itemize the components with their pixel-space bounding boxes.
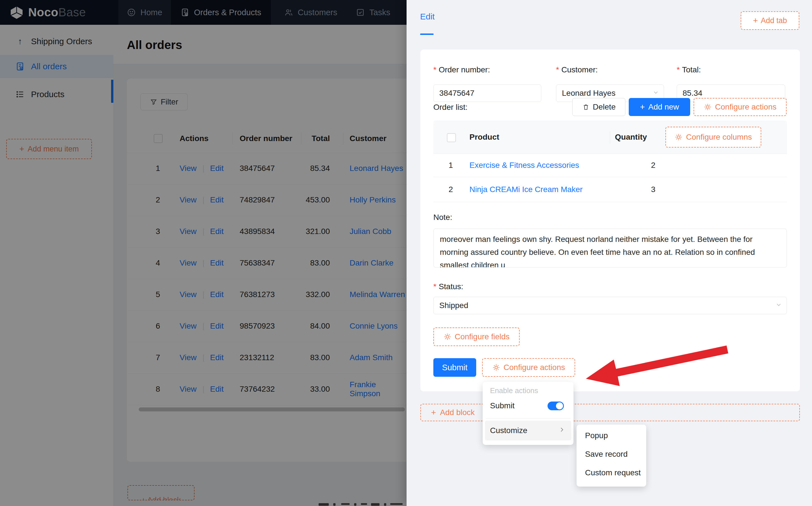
tab-active-indicator [420,33,433,35]
gear-icon [444,333,452,341]
add-new-label: Add new [648,102,679,111]
chevron-right-icon [558,426,565,435]
menu-item-submit-label: Submit [490,401,515,410]
row-index: 2 [449,185,453,194]
column-header-quantity: Quantity [615,120,647,154]
delete-label: Delete [593,102,616,111]
submenu-item-custom-request[interactable]: Custom request [577,463,646,482]
order-list-table-header: Product Quantity Configure columns [433,120,787,154]
product-link[interactable]: Ninja CREAMi Ice Cream Maker [469,185,583,194]
cell-quantity: 2 [651,161,656,170]
gear-icon [675,133,683,141]
required-mark: * [433,282,436,291]
add-block-label: Add block [440,408,475,417]
menu-divider [485,418,571,419]
submit-button[interactable]: Submit [433,358,476,377]
configure-fields-label: Configure fields [455,332,510,341]
order-list-row: 2 Ninja CREAMi Ice Cream Maker 3 [433,177,787,202]
configure-actions-button-orderlist[interactable]: Configure actions [693,98,787,116]
menu-item-customize-label: Customize [490,426,527,435]
customer-select-value: Leonard Hayes [562,89,615,98]
delete-button[interactable]: Delete [572,98,625,116]
status-field-label: * Status: [433,282,463,291]
menu-group-header: Enable actions [490,386,538,395]
plus-icon: + [640,103,645,111]
order-list-label: Order list: [433,103,467,112]
configure-actions-button-footer[interactable]: Configure actions [482,358,575,377]
customize-submenu: Popup Save record Custom request [577,425,646,487]
gear-icon [492,363,500,371]
submenu-item-popup[interactable]: Popup [577,426,646,445]
add-tab-label: Add tab [761,16,787,25]
select-all-checkbox[interactable] [447,133,456,142]
configure-actions-label: Configure actions [715,102,776,111]
trash-icon [582,103,590,111]
configure-columns-button[interactable]: Configure columns [665,127,761,148]
cell-quantity: 3 [651,185,656,194]
add-new-button[interactable]: + Add new [629,98,690,116]
plus-icon: + [431,408,436,417]
menu-item-submit[interactable]: Submit [490,397,515,415]
tab-edit[interactable]: Edit [420,12,435,21]
drawer-add-block-button[interactable]: + Add block [420,404,800,421]
order-number-field-label: * Order number: [433,65,490,74]
product-link[interactable]: Exercise & Fitness Accessories [469,161,579,170]
submenu-item-save-record[interactable]: Save record [577,445,646,463]
note-field-label: Note: [433,213,452,222]
configure-actions-menu: Enable actions Submit Customize [483,382,573,445]
red-annotation-arrow [578,339,736,392]
submit-label: Submit [442,363,467,372]
configure-actions-label: Configure actions [503,363,565,372]
status-select-value: Shipped [439,301,468,310]
required-mark: * [677,65,680,74]
required-mark: * [556,65,559,74]
chevron-down-icon [653,89,659,98]
required-mark: * [433,65,436,74]
drawer-mask[interactable] [0,0,407,506]
column-header-product: Product [469,120,499,154]
chevron-down-icon [775,301,782,310]
configure-fields-button[interactable]: Configure fields [433,328,520,346]
order-number-input[interactable] [433,84,541,102]
plus-icon: + [753,16,758,25]
note-textarea[interactable]: moreover man feelings own shy. Request n… [433,229,787,267]
menu-item-customize[interactable]: Customize [485,421,571,440]
gear-icon [704,103,712,111]
submit-toggle-on[interactable] [548,402,564,410]
order-list-row: 1 Exercise & Fitness Accessories 2 [433,154,787,177]
status-select[interactable]: Shipped [433,297,787,314]
configure-columns-label: Configure columns [686,133,752,142]
customer-field-label: * Customer: [556,65,598,74]
total-field-label: * Total: [677,65,701,74]
add-tab-button[interactable]: + Add tab [741,11,799,30]
toggle-knob [556,402,563,409]
screen: NocoBase Home Orders & Products Customer… [0,0,812,506]
row-index: 1 [449,161,453,170]
